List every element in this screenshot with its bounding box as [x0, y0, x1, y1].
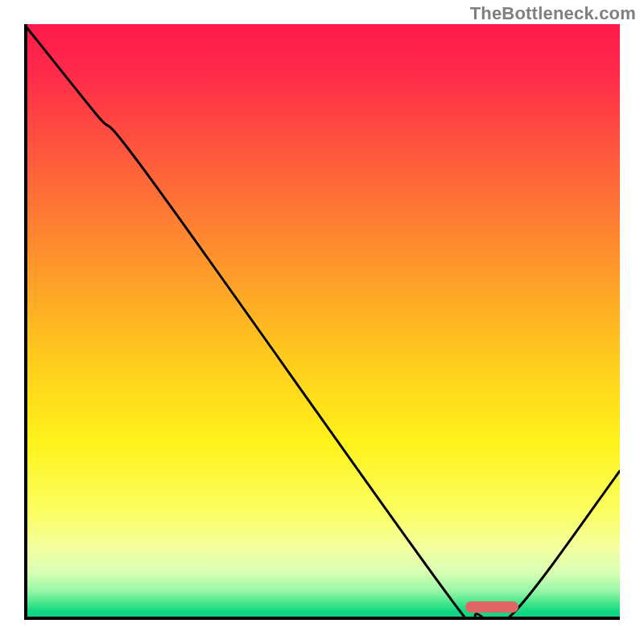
x-axis — [24, 617, 620, 620]
watermark-text: TheBottleneck.com — [470, 3, 636, 24]
bottleneck-curve — [24, 24, 620, 620]
y-axis — [24, 24, 27, 620]
optimal-range-marker — [465, 601, 519, 613]
chart-container: TheBottleneck.com — [0, 0, 644, 644]
